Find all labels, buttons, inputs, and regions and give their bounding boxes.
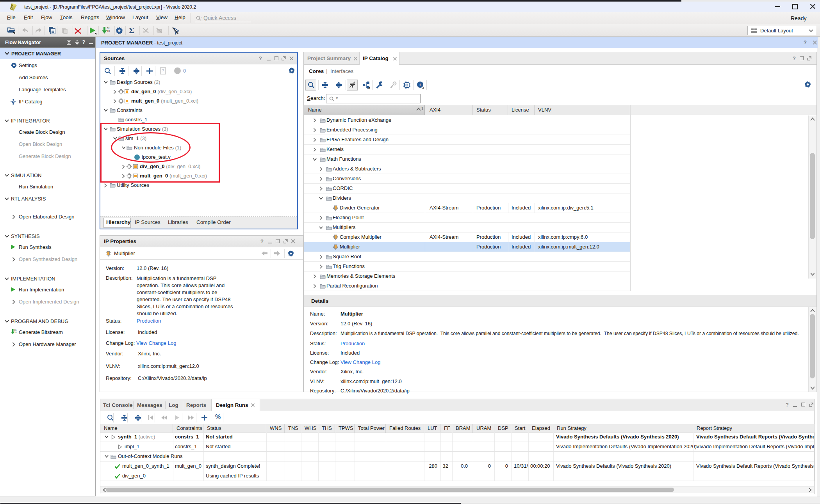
svg-text:10: 10 [14,331,17,334]
svg-text:01: 01 [14,329,17,331]
svg-text:?: ? [162,69,164,73]
svg-text:10: 10 [107,30,110,32]
svg-text:01: 01 [107,27,110,30]
